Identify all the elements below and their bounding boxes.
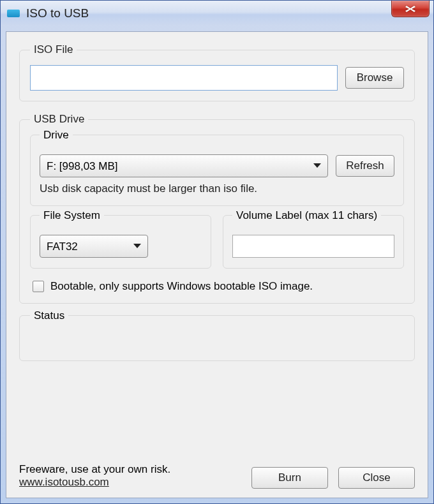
file-system-subgroup: File System FAT32 (30, 215, 211, 269)
app-icon (7, 10, 20, 17)
window-title: ISO to USB (26, 6, 89, 20)
burn-button[interactable]: Burn (251, 467, 328, 489)
file-system-select-wrapper: FAT32 (40, 235, 148, 258)
volume-label-subgroup: Volume Label (max 11 chars) (223, 215, 404, 269)
client-area: ISO File Browse USB Drive Drive F: [998,… (6, 31, 428, 498)
file-system-select[interactable]: FAT32 (40, 235, 148, 258)
bootable-label: Bootable, only supports Windows bootable… (50, 280, 313, 293)
bootable-checkbox[interactable] (33, 281, 44, 292)
drive-hint: Usb disk capacity must be larger than is… (40, 182, 394, 195)
website-link[interactable]: www.isotousb.com (19, 476, 109, 488)
footer: Freeware, use at your own risk. www.isot… (19, 463, 415, 489)
drive-legend: Drive (40, 129, 73, 142)
close-button[interactable]: Close (338, 467, 415, 489)
disclaimer-text: Freeware, use at your own risk. (19, 463, 170, 476)
volume-label-legend: Volume Label (max 11 chars) (232, 209, 381, 222)
iso-file-group: ISO File Browse (19, 43, 415, 101)
window-close-button[interactable] (391, 1, 430, 17)
iso-file-input[interactable] (30, 65, 338, 91)
usb-drive-group: USB Drive Drive F: [998,03 MB] Refresh U… (19, 113, 415, 304)
app-window: ISO to USB ISO File Browse USB Drive Dri… (0, 0, 434, 504)
browse-button[interactable]: Browse (345, 67, 404, 89)
drive-select-wrapper: F: [998,03 MB] (40, 154, 328, 177)
refresh-button[interactable]: Refresh (336, 155, 394, 177)
drive-subgroup: Drive F: [998,03 MB] Refresh Usb disk ca… (30, 135, 404, 206)
iso-file-legend: ISO File (30, 43, 77, 56)
status-group: Status (19, 315, 415, 361)
titlebar: ISO to USB (1, 1, 433, 26)
file-system-legend: File System (40, 209, 104, 222)
status-legend: Status (30, 309, 68, 322)
volume-label-input[interactable] (232, 235, 394, 258)
close-icon (405, 5, 416, 13)
usb-drive-legend: USB Drive (30, 113, 88, 126)
drive-select[interactable]: F: [998,03 MB] (40, 154, 328, 177)
